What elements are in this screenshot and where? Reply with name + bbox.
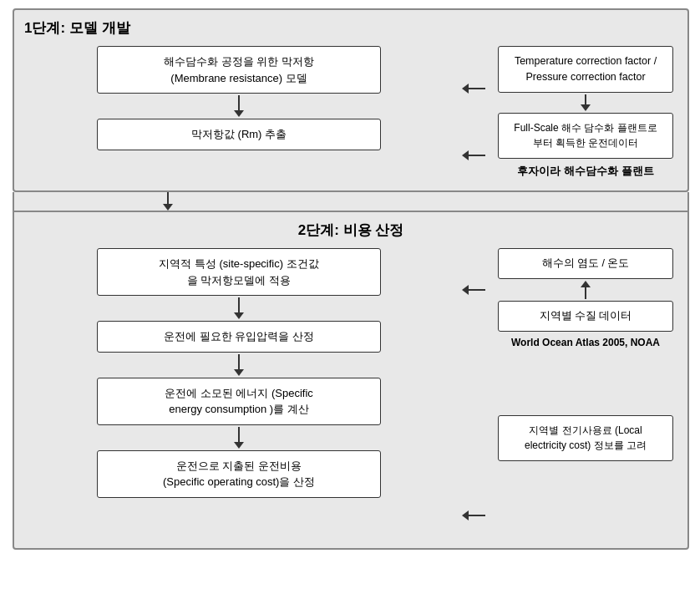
stage2-right-box3-text: 지역별 전기사용료 (Local electricity cost) 정보를 고… [525, 424, 647, 452]
v-line-right-1 [585, 94, 586, 104]
stage1-box1-text: 해수담수화 공정을 위한 막저항 (Membrane resistance) 모… [164, 55, 314, 84]
stage2-right-box1: 해수의 염도 / 온도 [498, 248, 673, 279]
inter-stage-connector [13, 192, 689, 211]
stage-1-title: 1단계: 모델 개발 [24, 18, 677, 38]
inter-stage-line [167, 192, 169, 204]
arrow-line-s2-2 [238, 354, 240, 369]
stage2-box4: 운전으로 지출된 운전비용 (Specific operating cost)을… [97, 450, 381, 498]
stage2-box1: 지역적 특성 (site-specific) 조건값 을 막저항모델에 적용 [97, 248, 381, 296]
stage2-right-box3: 지역별 전기사용료 (Local electricity cost) 정보를 고… [498, 415, 673, 462]
arrow-line-s2-3 [238, 427, 240, 442]
stage2-box1-text: 지역적 특성 (site-specific) 조건값 을 막저항모델에 적용 [159, 257, 318, 287]
arrow-line-s2-1 [238, 297, 240, 312]
s2-h-line-4 [469, 515, 485, 516]
arrow-head-s2-1 [234, 312, 244, 319]
v-arrow-right-head-1 [581, 104, 591, 111]
stage-2: 2단계: 비용 산정 지역적 특성 (site-specific) 조건값 을 … [13, 211, 689, 550]
h-arrow-line-1 [469, 88, 485, 89]
stage-2-title: 2단계: 비용 산정 [24, 221, 677, 240]
stage1-right-box2: Full-Scale 해수 담수화 플랜트로 부터 획득한 운전데이터 [498, 113, 673, 160]
arrow-line-1 [238, 95, 240, 110]
stage2-box2: 운전에 필요한 유입압력을 산정 [97, 321, 381, 353]
stage2-box3: 운전에 소모된 에너지 (Specific energy consumption… [97, 378, 381, 425]
stage1-right-box2-text: Full-Scale 해수 담수화 플랜트로 부터 획득한 운전데이터 [514, 122, 657, 150]
v-arrow-up-head [581, 281, 591, 287]
stage-2-left: 지역적 특성 (site-specific) 조건값 을 막저항모델에 적용 운… [24, 248, 454, 498]
inter-stage-arrow [163, 192, 173, 211]
stage-2-right: 해수의 염도 / 온도 지역별 수질 데이터 World Ocean Atlas… [494, 248, 677, 461]
arrow-head-1 [234, 110, 244, 117]
arrow-down-s2-1 [234, 297, 244, 319]
stage-2-flow: 지역적 특성 (site-specific) 조건값 을 막저항모델에 적용 운… [24, 248, 677, 536]
s2-h-line-1 [469, 289, 485, 291]
v-line-up [585, 287, 586, 299]
arrow-head-s2-3 [234, 442, 244, 449]
arrow-down-1 [234, 95, 244, 117]
stage-1: 1단계: 모델 개발 해수담수화 공정을 위한 막저항 (Membrane re… [13, 8, 689, 192]
diagram-container: 1단계: 모델 개발 해수담수화 공정을 위한 막저항 (Membrane re… [13, 8, 689, 550]
stage2-right-label: World Ocean Atlas 2005, NOAA [511, 337, 660, 348]
h-arrow-line-2 [469, 155, 485, 156]
stage2-box4-text: 운전으로 지출된 운전비용 (Specific operating cost)을… [163, 459, 315, 489]
stage1-box2-text: 막저항값 (Rm) 추출 [191, 128, 287, 140]
stage1-box2: 막저항값 (Rm) 추출 [97, 119, 381, 150]
stage1-box1: 해수담수화 공정을 위한 막저항 (Membrane resistance) 모… [97, 46, 381, 94]
h-arrow-head-2 [462, 150, 469, 160]
stage-1-flow: 해수담수화 공정을 위한 막저항 (Membrane resistance) 모… [24, 46, 677, 179]
h-arrow-head-1 [462, 84, 469, 94]
stage2-box2-text: 운전에 필요한 유입압력을 산정 [164, 330, 314, 343]
stage2-box3-text: 운전에 소모된 에너지 (Specific energy consumption… [165, 387, 313, 416]
inter-stage-head [163, 204, 173, 211]
v-arrow-right-1 [581, 94, 591, 111]
stage1-right-box1-text: Temperature correction factor / Pressure… [515, 55, 657, 83]
arrow-head-s2-2 [234, 369, 244, 376]
arrow-down-s2-2 [234, 354, 244, 376]
stage2-right-box1-text: 해수의 염도 / 온도 [542, 257, 630, 269]
v-arrow-up-s2 [581, 281, 591, 299]
s2-h-arrow-4 [462, 510, 469, 520]
stage1-right-box1: Temperature correction factor / Pressure… [498, 46, 673, 93]
stage2-right-box2-text: 지역별 수질 데이터 [540, 310, 632, 322]
arrow-down-s2-3 [234, 427, 244, 449]
stage1-right-label: 후자이라 해수담수화 플랜트 [517, 164, 653, 179]
stage-1-left: 해수담수화 공정을 위한 막저항 (Membrane resistance) 모… [24, 46, 454, 150]
stage-1-right: Temperature correction factor / Pressure… [494, 46, 677, 179]
s2-h-arrow-1 [462, 285, 469, 295]
stage2-right-box2: 지역별 수질 데이터 [498, 301, 673, 332]
